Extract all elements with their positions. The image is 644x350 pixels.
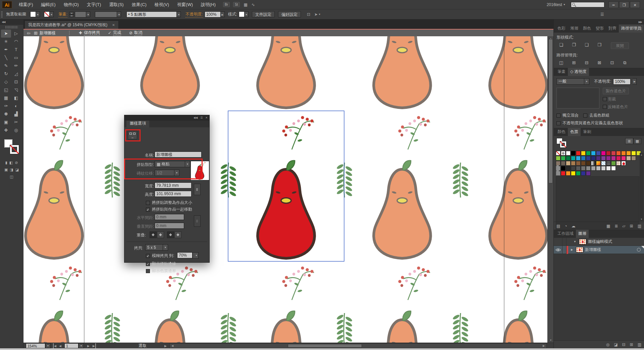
rectangle-tool[interactable]: ▭ bbox=[11, 54, 21, 62]
panel-tab[interactable]: 顏色 bbox=[555, 128, 568, 136]
opacity-input[interactable]: 100% bbox=[205, 11, 221, 17]
overlap-top-front-button[interactable]: ❖ bbox=[167, 231, 174, 238]
exit-pattern-mode-icon[interactable]: ⇦ bbox=[27, 31, 31, 36]
pencil-tool[interactable]: ✏ bbox=[11, 62, 21, 70]
swatch[interactable] bbox=[576, 151, 581, 156]
last-artboard-button[interactable]: ▶ bbox=[93, 343, 96, 349]
zoom-dropdown-arrow[interactable]: ▼ bbox=[45, 343, 51, 348]
expand-button[interactable]: 展開 bbox=[611, 42, 629, 49]
direct-selection-tool[interactable]: ▷ bbox=[11, 30, 21, 38]
artboard-dropdown-arrow[interactable]: ▼ bbox=[78, 343, 84, 348]
stroke-weight-arrow[interactable]: ▼ bbox=[86, 11, 90, 17]
panel-menu-icon[interactable]: ☰ bbox=[200, 116, 203, 120]
scroll-left-icon[interactable]: ◀ bbox=[170, 344, 175, 348]
shape-mode-button[interactable]: ❒ bbox=[595, 42, 603, 48]
visibility-cell[interactable] bbox=[554, 238, 562, 246]
swatch[interactable] bbox=[616, 156, 621, 161]
swatch[interactable] bbox=[561, 166, 566, 171]
swatch[interactable] bbox=[576, 166, 581, 171]
swatch[interactable] bbox=[576, 156, 581, 161]
swatch[interactable] bbox=[631, 151, 636, 156]
pathfinder-menu-icon[interactable]: ☰ bbox=[639, 27, 642, 31]
width-profile-arrow[interactable]: ▼ bbox=[117, 11, 121, 17]
pathfinder-button[interactable]: ⊡ bbox=[608, 59, 616, 66]
document-setup-button[interactable]: 文件設定 bbox=[252, 11, 275, 17]
scale-tool[interactable]: ◿ bbox=[11, 70, 21, 78]
previous-artboard-button[interactable]: ◀ bbox=[59, 343, 61, 349]
gpu-performance-icon[interactable]: ∿ bbox=[252, 2, 255, 7]
swatch-pat-dots[interactable] bbox=[606, 161, 611, 166]
arrange-documents-icon[interactable]: ▦ bbox=[244, 2, 248, 7]
pathfinder-button[interactable]: ⊟ bbox=[583, 59, 591, 66]
swatch[interactable] bbox=[621, 151, 626, 156]
delete-swatch-icon[interactable]: ▥ bbox=[638, 224, 641, 228]
gradient-mode-icon[interactable]: ◧ bbox=[9, 161, 13, 165]
swatch[interactable] bbox=[581, 166, 586, 171]
disclosure-right-icon[interactable]: ▶ bbox=[570, 248, 574, 251]
lasso-tool[interactable]: ◠ bbox=[11, 38, 21, 46]
panel-tab[interactable]: 對齊 bbox=[606, 25, 619, 33]
stroke-dropdown-arrow[interactable]: ▼ bbox=[50, 11, 54, 17]
panel-tab[interactable]: 工作區域 bbox=[555, 230, 576, 238]
menu-item[interactable]: 效果(C) bbox=[128, 0, 151, 9]
swatch[interactable] bbox=[621, 156, 626, 161]
library-sync-icon[interactable]: ☁ bbox=[572, 224, 576, 228]
swatch[interactable] bbox=[566, 161, 571, 166]
stroke-weight-stepper[interactable]: ▲▼ bbox=[69, 12, 74, 17]
controlbar-menu-icon[interactable]: ☰ bbox=[600, 12, 604, 17]
mesh-tool[interactable]: ▦ bbox=[1, 94, 11, 102]
toolbox-grip[interactable] bbox=[5, 26, 18, 29]
tab-pattern-options[interactable]: 圖樣選項 bbox=[126, 120, 149, 127]
swatch[interactable] bbox=[606, 156, 611, 161]
transparency-thumbnail-well[interactable] bbox=[556, 88, 599, 108]
swatch[interactable] bbox=[571, 156, 576, 161]
list-view-icon[interactable]: ≣ bbox=[625, 138, 633, 144]
shape-builder-tool[interactable]: ◱ bbox=[1, 86, 11, 94]
preferences-button[interactable]: 偏好設定 bbox=[278, 11, 301, 17]
opacity-label[interactable]: 不透明度: bbox=[185, 11, 203, 17]
swatch-grad-bw[interactable] bbox=[591, 161, 596, 166]
search-input[interactable] bbox=[571, 2, 604, 7]
swatch[interactable] bbox=[571, 151, 576, 156]
swatch[interactable] bbox=[596, 156, 601, 161]
width-profile-select[interactable] bbox=[95, 11, 117, 17]
zoom-level-input[interactable]: 154% bbox=[26, 343, 45, 348]
color-mode-icon[interactable]: ▮ bbox=[5, 161, 7, 165]
draw-inside-icon[interactable]: ◪ bbox=[15, 168, 19, 172]
swatch[interactable] bbox=[626, 156, 631, 161]
menu-item[interactable]: 視窗(W) bbox=[173, 0, 197, 9]
stroke-indicator[interactable] bbox=[10, 145, 19, 154]
close-panel-icon[interactable]: ✕ bbox=[205, 116, 208, 120]
swatch[interactable] bbox=[581, 171, 586, 176]
swatch[interactable] bbox=[591, 151, 596, 156]
swatch[interactable] bbox=[601, 151, 606, 156]
swatch-folder[interactable] bbox=[556, 171, 560, 176]
save-copy-button[interactable]: 儲存拷貝 bbox=[84, 30, 100, 36]
overlap-left-front-button[interactable]: ❖ bbox=[150, 231, 157, 238]
swatch[interactable] bbox=[566, 151, 571, 156]
show-swatch-kinds-icon[interactable]: ▦ bbox=[606, 224, 610, 228]
lock-cell[interactable] bbox=[562, 238, 567, 246]
swatch[interactable] bbox=[561, 156, 566, 161]
h-spacing-input[interactable]: 0 mm bbox=[155, 214, 184, 220]
swatch-pat-texture[interactable] bbox=[611, 161, 616, 166]
magic-wand-tool[interactable]: ✳ bbox=[1, 38, 11, 46]
eyedropper-tool[interactable]: ✑ bbox=[1, 102, 11, 110]
close-window-button[interactable]: ✕ bbox=[630, 1, 640, 8]
document-tab[interactable]: 我是四方連續教學.ai* @ 154% (CMYK/預視) ✕ bbox=[24, 20, 119, 29]
rotate-tool[interactable]: ↻ bbox=[1, 70, 11, 78]
panel-tab[interactable]: ◇ 透明度 bbox=[568, 68, 589, 76]
panel-tab[interactable]: 變形 bbox=[593, 25, 606, 33]
vertical-scrollbar[interactable]: ▲ ▼ bbox=[547, 36, 553, 343]
transparency-opacity-arrow[interactable]: ▶ bbox=[633, 78, 637, 85]
swatch[interactable] bbox=[591, 156, 596, 161]
size-tile-to-art-checkbox[interactable] bbox=[146, 201, 150, 205]
swatch[interactable] bbox=[571, 166, 576, 171]
layer-row-new-pattern[interactable]: ▶ 新增圖樣 bbox=[554, 246, 644, 254]
draw-behind-icon[interactable]: ◨ bbox=[10, 168, 13, 172]
swatch[interactable] bbox=[631, 156, 636, 161]
swatch[interactable] bbox=[611, 151, 616, 156]
pathfinder-button[interactable]: ◫ bbox=[557, 59, 565, 66]
swatch[interactable] bbox=[586, 166, 591, 171]
copies-select[interactable]: 5 x 5▼ bbox=[145, 244, 168, 251]
